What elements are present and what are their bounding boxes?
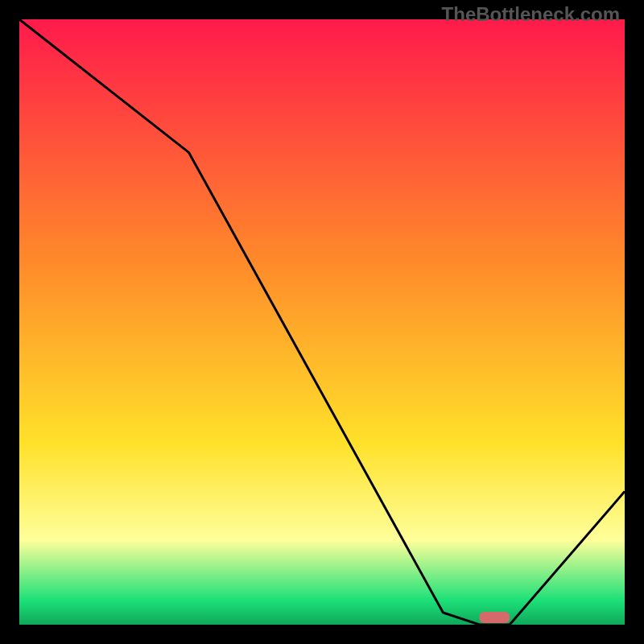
plot-area [19, 19, 625, 625]
watermark-text: TheBottleneck.com [442, 3, 620, 26]
optimal-range-marker [480, 612, 510, 623]
gradient-rect [19, 19, 625, 625]
gradient-svg [19, 19, 625, 625]
chart-frame: TheBottleneck.com [0, 0, 644, 644]
